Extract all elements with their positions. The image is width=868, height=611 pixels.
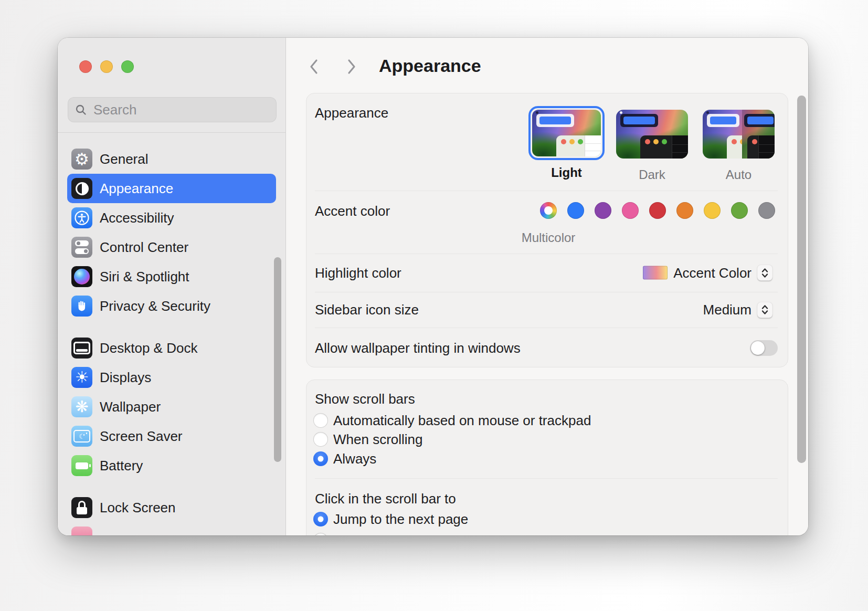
- desktop-dock-icon: [71, 338, 92, 359]
- touch-id-icon: [71, 526, 92, 535]
- accent-color-blue[interactable]: [567, 202, 584, 219]
- accent-color-purple[interactable]: [595, 202, 611, 219]
- light-mode-thumbnail: [532, 110, 601, 156]
- appearance-card: Appearance Light: [306, 93, 788, 367]
- siri-icon: [71, 266, 92, 287]
- sidebar-separator: [58, 132, 285, 133]
- appearance-mode-options: Light Dark: [528, 106, 775, 182]
- scroll-bars-card: Show scroll bars Automatically based on …: [306, 380, 788, 535]
- radio-button[interactable]: [313, 533, 328, 535]
- sidebar-item-accessibility[interactable]: Accessibility: [67, 203, 276, 233]
- highlight-color-row: Highlight color Accent Color: [306, 254, 788, 292]
- control-center-icon: [71, 237, 92, 258]
- accent-color-row: Accent color Multicolor: [306, 191, 788, 254]
- radio-when-scrolling[interactable]: When scrolling: [313, 430, 423, 449]
- radio-button[interactable]: [313, 512, 328, 526]
- close-button[interactable]: [79, 60, 92, 73]
- appearance-icon: [71, 178, 92, 199]
- radio-automatically[interactable]: Automatically based on mouse or trackpad: [313, 411, 591, 430]
- wallpaper-flower-icon: ❋: [71, 396, 92, 417]
- accent-color-green[interactable]: [731, 202, 748, 219]
- accent-color-red[interactable]: [649, 202, 666, 219]
- search-input[interactable]: [92, 101, 270, 119]
- auto-mode-thumbnail: [703, 110, 775, 159]
- sidebar-item-control-center[interactable]: Control Center: [67, 233, 276, 262]
- accent-color-pink[interactable]: [622, 202, 639, 219]
- wallpaper-tinting-row: Allow wallpaper tinting in windows: [306, 328, 788, 368]
- sidebar-scrollbar[interactable]: [274, 257, 281, 462]
- screen-saver-icon: ☾: [71, 426, 92, 447]
- wallpaper-tinting-label: Allow wallpaper tinting in windows: [315, 340, 521, 356]
- battery-icon: [71, 455, 92, 476]
- highlight-color-stepper[interactable]: [757, 265, 772, 281]
- appearance-row-label: Appearance: [315, 105, 388, 121]
- show-scroll-bars-label: Show scroll bars: [315, 391, 415, 407]
- desktop-background: ⚙ General Appearance: [0, 0, 868, 611]
- radio-partial[interactable]: [313, 531, 328, 535]
- wallpaper-tinting-toggle[interactable]: [750, 340, 778, 356]
- radio-always[interactable]: Always: [313, 449, 376, 468]
- radio-jump-next-page[interactable]: Jump to the next page: [313, 510, 468, 529]
- accent-color-orange[interactable]: [676, 202, 693, 219]
- radio-button[interactable]: [313, 432, 328, 447]
- privacy-hand-icon: [71, 296, 92, 317]
- gear-icon: ⚙: [71, 149, 92, 170]
- sidebar-item-displays[interactable]: ☀ Displays: [67, 363, 276, 392]
- search-icon: [75, 103, 87, 116]
- displays-sun-icon: ☀: [71, 367, 92, 388]
- settings-content: Appearance Appearance Ligh: [286, 38, 808, 535]
- sidebar-item-general[interactable]: ⚙ General: [67, 144, 276, 174]
- sidebar-item-appearance[interactable]: Appearance: [67, 174, 276, 203]
- sidebar-item-siri-spotlight[interactable]: Siri & Spotlight: [67, 262, 276, 291]
- sidebar-item-partial[interactable]: [67, 522, 276, 535]
- highlight-color-swatch: [643, 266, 668, 280]
- settings-sidebar: ⚙ General Appearance: [58, 38, 286, 535]
- dark-mode-thumbnail: [616, 110, 688, 159]
- accent-color-graphite[interactable]: [758, 202, 775, 219]
- highlight-color-value: Accent Color: [673, 265, 751, 281]
- accessibility-icon: [71, 207, 92, 228]
- appearance-option-auto[interactable]: Auto: [703, 106, 775, 182]
- sidebar-item-wallpaper[interactable]: ❋ Wallpaper: [67, 392, 276, 422]
- sidebar-item-desktop-dock[interactable]: Desktop & Dock: [67, 333, 276, 363]
- row-divider: [315, 478, 778, 479]
- accent-color-swatches: Multicolor: [540, 202, 775, 219]
- sidebar-icon-size-row: Sidebar icon size Medium: [306, 292, 788, 328]
- page-title: Appearance: [379, 56, 481, 76]
- search-field[interactable]: [68, 97, 277, 122]
- zoom-button[interactable]: [121, 60, 134, 73]
- appearance-row: Appearance Light: [306, 93, 788, 191]
- highlight-color-label: Highlight color: [315, 265, 401, 281]
- appearance-option-dark[interactable]: Dark: [616, 106, 688, 182]
- forward-button[interactable]: [344, 57, 359, 77]
- sidebar-item-privacy-security[interactable]: Privacy & Security: [67, 291, 276, 321]
- sidebar-item-lock-screen[interactable]: Lock Screen: [67, 493, 276, 522]
- system-settings-window: ⚙ General Appearance: [58, 38, 808, 535]
- lock-icon: [71, 497, 92, 518]
- radio-button[interactable]: [313, 451, 328, 466]
- accent-color-caption: Multicolor: [522, 230, 576, 245]
- back-button[interactable]: [306, 57, 322, 77]
- selected-ring: [528, 106, 605, 160]
- radio-button[interactable]: [313, 413, 328, 428]
- sidebar-item-battery[interactable]: Battery: [67, 451, 276, 480]
- accent-color-label: Accent color: [315, 203, 390, 219]
- sidebar-icon-size-label: Sidebar icon size: [315, 302, 419, 318]
- sidebar-item-screen-saver[interactable]: ☾ Screen Saver: [67, 422, 276, 451]
- sidebar-nav: ⚙ General Appearance: [67, 144, 276, 535]
- window-controls: [79, 60, 134, 73]
- appearance-option-light[interactable]: Light: [528, 106, 605, 180]
- sidebar-icon-size-stepper[interactable]: [757, 302, 772, 318]
- sidebar-icon-size-value: Medium: [703, 302, 751, 318]
- accent-color-multicolor[interactable]: [540, 202, 557, 219]
- minimize-button[interactable]: [100, 60, 113, 73]
- click-scroll-bar-label: Click in the scroll bar to: [315, 491, 456, 507]
- accent-color-yellow[interactable]: [704, 202, 721, 219]
- content-scrollbar[interactable]: [797, 96, 806, 463]
